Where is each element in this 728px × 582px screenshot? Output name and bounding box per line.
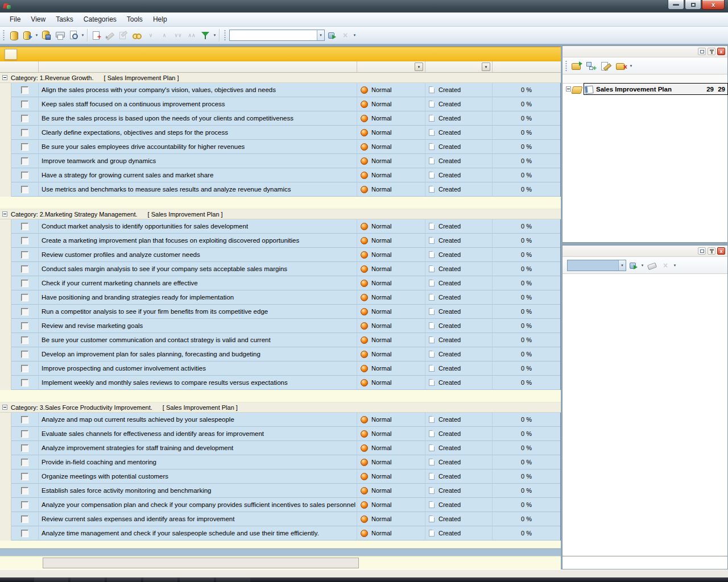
task-done-checkbox[interactable] [21, 473, 28, 480]
chevron-down-icon[interactable]: ▼ [317, 30, 324, 40]
chevron-down-icon[interactable]: ▼ [640, 264, 645, 267]
status-cell[interactable]: Created [425, 512, 493, 526]
priority-cell[interactable]: Normal [357, 234, 425, 248]
restore-button[interactable] [685, 0, 701, 10]
status-cell[interactable]: Created [425, 248, 493, 262]
column-header-name[interactable] [39, 61, 357, 72]
task-done-checkbox[interactable] [21, 186, 28, 193]
move-bottom-button[interactable]: ∨∨ [171, 28, 185, 42]
task-done-checkbox[interactable] [21, 237, 28, 244]
task-name-cell[interactable]: Run a competitor analysis to see if your… [39, 305, 357, 319]
minimize-button[interactable] [668, 0, 684, 10]
save-database-button[interactable] [39, 28, 53, 42]
task-done-checkbox[interactable] [21, 530, 28, 537]
task-done-checkbox[interactable] [21, 251, 28, 259]
priority-cell[interactable]: Normal [357, 455, 425, 469]
complete-cell[interactable]: 0 % [493, 168, 560, 182]
complete-cell[interactable]: 0 % [493, 484, 560, 498]
task-done-checkbox[interactable] [21, 265, 28, 273]
status-cell[interactable]: Created [425, 140, 493, 154]
status-cell[interactable]: Created [425, 262, 493, 276]
panel-pin-button[interactable] [708, 48, 715, 55]
complete-cell[interactable]: 0 % [493, 248, 560, 262]
category-group-row[interactable]: Category: 3.Sales Force Productivity Imp… [0, 402, 561, 413]
task-done-checkbox[interactable] [21, 322, 28, 330]
status-cell[interactable]: Created [425, 319, 493, 333]
status-cell[interactable]: Created [425, 376, 493, 390]
status-cell[interactable]: Created [425, 276, 493, 290]
print-button[interactable] [53, 28, 67, 42]
collapse-icon[interactable] [2, 405, 7, 410]
open-database-button[interactable] [20, 28, 34, 42]
panel-close-button[interactable]: x [717, 48, 725, 55]
task-done-checkbox[interactable] [21, 516, 28, 523]
task-name-cell[interactable]: Evaluate sales channels for effectivenes… [39, 427, 357, 441]
status-cell[interactable]: Created [425, 498, 493, 512]
task-done-checkbox[interactable] [21, 430, 28, 438]
complete-cell[interactable]: 0 % [493, 455, 560, 469]
task-name-cell[interactable]: Establish sales force activity monitorin… [39, 484, 357, 498]
menu-item-file[interactable]: File [5, 13, 26, 26]
menu-item-tools[interactable]: Tools [122, 13, 148, 26]
menu-item-help[interactable]: Help [148, 13, 172, 26]
status-cell[interactable]: Created [425, 111, 493, 126]
status-cell[interactable]: Created [425, 441, 493, 455]
priority-cell[interactable]: Normal [357, 413, 425, 427]
priority-cell[interactable]: Normal [357, 333, 425, 347]
task-name-cell[interactable]: Create a marketing improvement plan that… [39, 234, 357, 248]
menu-item-view[interactable]: View [26, 13, 51, 26]
complete-cell[interactable]: 0 % [493, 376, 560, 390]
menu-item-tasks[interactable]: Tasks [51, 13, 78, 26]
panel-restore-button[interactable] [698, 48, 706, 55]
complete-cell[interactable]: 0 % [493, 469, 560, 484]
filter-preset-combo[interactable]: ▼ [567, 260, 626, 271]
priority-cell[interactable]: Normal [357, 126, 425, 140]
priority-cell[interactable]: Normal [357, 441, 425, 455]
status-cell[interactable]: Created [425, 427, 493, 441]
task-name-cell[interactable]: Clearly define expectations, objectives … [39, 126, 357, 140]
task-done-checkbox[interactable] [21, 157, 28, 165]
status-cell[interactable]: Created [425, 333, 493, 347]
priority-cell[interactable]: Normal [357, 168, 425, 182]
status-cell[interactable]: Created [425, 484, 493, 498]
menu-item-categories[interactable]: Categories [78, 13, 122, 26]
priority-cell[interactable]: Normal [357, 427, 425, 441]
status-cell[interactable]: Created [425, 97, 493, 111]
category-tree-item[interactable]: Sales Improvement Plan 29 29 [562, 84, 727, 94]
status-cell[interactable]: Created [425, 290, 493, 305]
status-cell[interactable]: Created [425, 83, 493, 97]
task-done-checkbox[interactable] [21, 294, 28, 301]
complete-cell[interactable]: 0 % [493, 219, 560, 234]
new-subcategory-button[interactable] [586, 61, 597, 71]
task-name-cell[interactable]: Keep sales staff focused on a continuous… [39, 97, 357, 111]
task-done-checkbox[interactable] [21, 129, 28, 136]
task-name-cell[interactable]: Improve prospecting and customer involve… [39, 361, 357, 376]
status-cell[interactable]: Created [425, 526, 493, 541]
complete-cell[interactable]: 0 % [493, 413, 560, 427]
task-done-checkbox[interactable] [21, 459, 28, 466]
task-name-cell[interactable]: Have positioning and branding strategies… [39, 290, 357, 305]
view-task-button[interactable] [130, 28, 144, 42]
edit-task-button[interactable] [103, 28, 117, 42]
complete-cell[interactable]: 0 % [493, 319, 560, 333]
delete-category-button[interactable] [615, 61, 627, 71]
task-done-checkbox[interactable] [21, 223, 28, 230]
complete-cell[interactable]: 0 % [493, 111, 560, 126]
move-up-button[interactable]: ∧ [158, 28, 171, 42]
priority-cell[interactable]: Normal [357, 319, 425, 333]
delete-layout-button[interactable]: × [338, 28, 352, 42]
priority-cell[interactable]: Normal [357, 262, 425, 276]
new-category-button[interactable] [571, 61, 582, 71]
move-top-button[interactable]: ∧∧ [185, 28, 198, 42]
complete-cell[interactable]: 0 % [493, 83, 560, 97]
task-done-checkbox[interactable] [21, 143, 28, 151]
print-preview-button[interactable] [67, 28, 80, 42]
priority-cell[interactable]: Normal [357, 83, 425, 97]
task-done-checkbox[interactable] [21, 86, 28, 94]
task-name-cell[interactable]: Use metrics and benchmarks to measure sa… [39, 182, 357, 197]
complete-cell[interactable]: 0 % [493, 512, 560, 526]
task-name-cell[interactable]: Review customer profiles and analyze cus… [39, 248, 357, 262]
chevron-down-icon[interactable]: ▼ [80, 34, 85, 37]
task-done-checkbox[interactable] [21, 501, 28, 509]
status-cell[interactable]: Created [425, 219, 493, 234]
